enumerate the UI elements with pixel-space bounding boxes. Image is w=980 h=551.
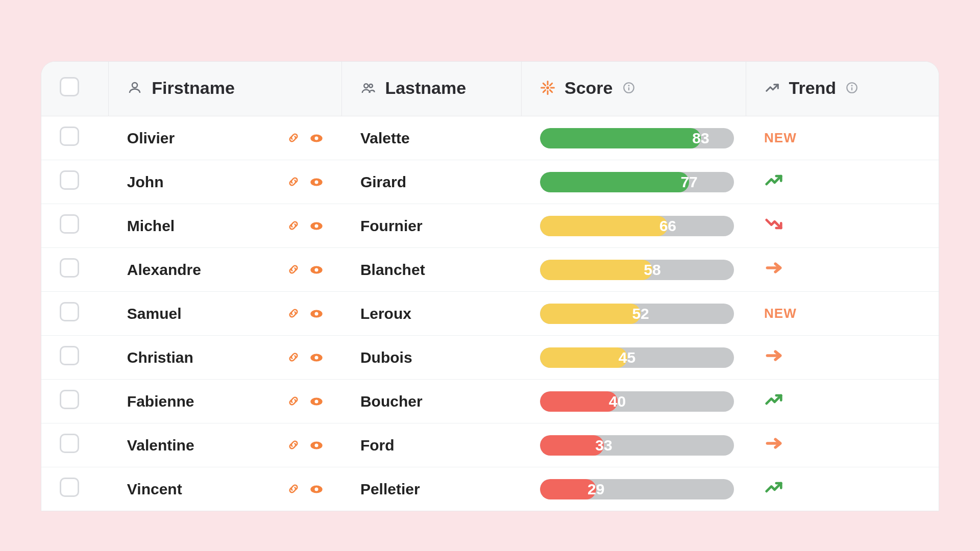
row-firstname-cell: Samuel	[109, 292, 342, 336]
score-value: 45	[619, 347, 635, 368]
row-score-cell: 77	[522, 160, 746, 204]
info-icon[interactable]	[622, 81, 635, 94]
row-score-cell: 33	[522, 423, 746, 467]
score-bar: 52	[540, 304, 734, 324]
link-icon[interactable]	[287, 263, 300, 277]
row-firstname: Vincent	[127, 481, 182, 498]
row-firstname-cell: Christian	[109, 336, 342, 380]
row-lastname: Ford	[360, 437, 395, 454]
row-firstname-cell: Olivier	[109, 116, 342, 160]
row-firstname: Valentine	[127, 437, 194, 454]
row-select-cell[interactable]	[41, 336, 109, 380]
trend-header-icon	[765, 80, 780, 95]
header-lastname-label: Lastname	[385, 78, 466, 98]
row-checkbox[interactable]	[60, 170, 79, 190]
score-value: 33	[595, 435, 612, 456]
row-actions	[287, 394, 324, 409]
link-icon[interactable]	[287, 175, 300, 189]
select-all-checkbox[interactable]	[60, 77, 79, 96]
table-row[interactable]: OlivierValette83NEW	[41, 116, 939, 160]
link-icon[interactable]	[287, 394, 300, 409]
table-row[interactable]: SamuelLeroux52NEW	[41, 292, 939, 336]
row-score-cell: 83	[522, 116, 746, 160]
row-firstname: Alexandre	[127, 261, 201, 279]
row-trend-cell	[746, 160, 939, 204]
eye-icon[interactable]	[309, 350, 324, 365]
row-select-cell[interactable]	[41, 423, 109, 467]
table-row[interactable]: ChristianDubois45	[41, 336, 939, 380]
row-checkbox[interactable]	[60, 302, 79, 321]
row-select-cell[interactable]	[41, 248, 109, 292]
row-trend-cell	[746, 467, 939, 511]
link-icon[interactable]	[287, 219, 300, 233]
trend-flat-icon	[764, 346, 783, 365]
link-icon[interactable]	[287, 350, 300, 365]
row-checkbox[interactable]	[60, 390, 79, 409]
row-lastname-cell: Girard	[342, 160, 522, 204]
eye-icon[interactable]	[309, 131, 324, 145]
row-firstname: Christian	[127, 349, 193, 366]
row-score-cell: 29	[522, 467, 746, 511]
row-actions	[287, 131, 324, 145]
link-icon[interactable]	[287, 131, 300, 145]
score-bar: 83	[540, 128, 734, 148]
row-score-cell: 45	[522, 336, 746, 380]
eye-icon[interactable]	[309, 394, 324, 409]
info-icon[interactable]	[845, 81, 859, 94]
row-firstname: Michel	[127, 217, 175, 235]
row-select-cell[interactable]	[41, 467, 109, 511]
link-icon[interactable]	[287, 482, 300, 496]
row-select-cell[interactable]	[41, 160, 109, 204]
row-trend-cell	[746, 204, 939, 248]
row-lastname-cell: Boucher	[342, 380, 522, 423]
link-icon[interactable]	[287, 438, 300, 453]
score-bar: 40	[540, 391, 734, 412]
eye-icon[interactable]	[309, 482, 324, 496]
row-checkbox[interactable]	[60, 434, 79, 453]
row-checkbox[interactable]	[60, 214, 79, 234]
sparkle-icon	[540, 80, 555, 95]
row-checkbox[interactable]	[60, 127, 79, 146]
trend-new-badge: NEW	[764, 130, 797, 145]
row-select-cell[interactable]	[41, 116, 109, 160]
table-row[interactable]: MichelFournier66	[41, 204, 939, 248]
table-row[interactable]: FabienneBoucher40	[41, 380, 939, 423]
row-select-cell[interactable]	[41, 380, 109, 423]
score-bar: 58	[540, 260, 734, 280]
eye-icon[interactable]	[309, 438, 324, 453]
header-lastname[interactable]: Lastname	[342, 62, 522, 116]
header-select-all[interactable]	[41, 62, 109, 116]
header-score[interactable]: Score	[522, 62, 746, 116]
person-icon	[127, 80, 142, 95]
row-lastname-cell: Blanchet	[342, 248, 522, 292]
row-checkbox[interactable]	[60, 346, 79, 365]
table-row[interactable]: ValentineFord33	[41, 423, 939, 467]
eye-icon[interactable]	[309, 219, 324, 233]
header-firstname-label: Firstname	[152, 78, 235, 98]
row-firstname-cell: Valentine	[109, 423, 342, 467]
table-row[interactable]: JohnGirard77	[41, 160, 939, 204]
link-icon[interactable]	[287, 307, 300, 321]
row-lastname: Girard	[360, 173, 406, 190]
leads-table-card: Firstname Lastname Score	[41, 61, 939, 511]
eye-icon[interactable]	[309, 175, 324, 189]
row-actions	[287, 438, 324, 453]
table-row[interactable]: AlexandreBlanchet58	[41, 248, 939, 292]
trend-flat-icon	[764, 258, 783, 278]
eye-icon[interactable]	[309, 263, 324, 277]
row-select-cell[interactable]	[41, 204, 109, 248]
row-actions	[287, 175, 324, 189]
score-value: 66	[659, 216, 676, 236]
eye-icon[interactable]	[309, 307, 324, 321]
row-checkbox[interactable]	[60, 258, 79, 278]
row-lastname-cell: Ford	[342, 423, 522, 467]
row-lastname: Dubois	[360, 349, 412, 366]
score-value: 77	[680, 172, 697, 192]
header-firstname[interactable]: Firstname	[109, 62, 342, 116]
header-trend[interactable]: Trend	[746, 62, 939, 116]
table-row[interactable]: VincentPelletier29	[41, 467, 939, 511]
row-select-cell[interactable]	[41, 292, 109, 336]
row-trend-cell	[746, 423, 939, 467]
row-trend-cell: NEW	[746, 292, 939, 336]
row-checkbox[interactable]	[60, 478, 79, 497]
